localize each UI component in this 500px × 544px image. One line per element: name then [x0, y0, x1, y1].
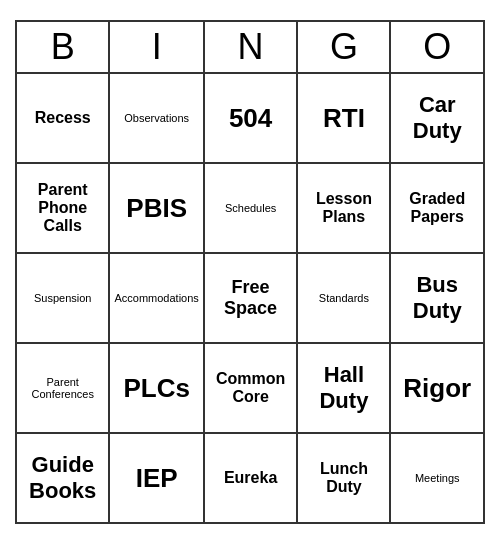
cell-r3-c2: Common Core	[204, 343, 298, 433]
header-i: I	[109, 21, 203, 73]
table-row: SuspensionAccommodationsFree SpaceStanda…	[16, 253, 484, 343]
cell-r0-c0: Recess	[16, 73, 109, 163]
cell-r3-c4: Rigor	[390, 343, 484, 433]
cell-r0-c1: Observations	[109, 73, 203, 163]
cell-r2-c1: Accommodations	[109, 253, 203, 343]
cell-r4-c4: Meetings	[390, 433, 484, 523]
cell-r2-c3: Standards	[297, 253, 390, 343]
bingo-body: RecessObservations504RTICar DutyParent P…	[16, 73, 484, 523]
header-g: G	[297, 21, 390, 73]
cell-r1-c0: Parent Phone Calls	[16, 163, 109, 253]
cell-r4-c3: Lunch Duty	[297, 433, 390, 523]
cell-r3-c3: Hall Duty	[297, 343, 390, 433]
cell-r4-c1: IEP	[109, 433, 203, 523]
header-o: O	[390, 21, 484, 73]
cell-r1-c4: Graded Papers	[390, 163, 484, 253]
header-n: N	[204, 21, 298, 73]
bingo-card: B I N G O RecessObservations504RTICar Du…	[15, 20, 485, 524]
cell-r0-c2: 504	[204, 73, 298, 163]
cell-r0-c4: Car Duty	[390, 73, 484, 163]
cell-r2-c2: Free Space	[204, 253, 298, 343]
table-row: Guide BooksIEPEurekaLunch DutyMeetings	[16, 433, 484, 523]
bingo-header: B I N G O	[16, 21, 484, 73]
cell-r1-c3: Lesson Plans	[297, 163, 390, 253]
table-row: RecessObservations504RTICar Duty	[16, 73, 484, 163]
table-row: Parent ConferencesPLCsCommon CoreHall Du…	[16, 343, 484, 433]
header-b: B	[16, 21, 109, 73]
cell-r0-c3: RTI	[297, 73, 390, 163]
cell-r2-c0: Suspension	[16, 253, 109, 343]
cell-r4-c2: Eureka	[204, 433, 298, 523]
cell-r1-c1: PBIS	[109, 163, 203, 253]
cell-r1-c2: Schedules	[204, 163, 298, 253]
cell-r3-c0: Parent Conferences	[16, 343, 109, 433]
cell-r2-c4: Bus Duty	[390, 253, 484, 343]
table-row: Parent Phone CallsPBISSchedulesLesson Pl…	[16, 163, 484, 253]
cell-r4-c0: Guide Books	[16, 433, 109, 523]
cell-r3-c1: PLCs	[109, 343, 203, 433]
